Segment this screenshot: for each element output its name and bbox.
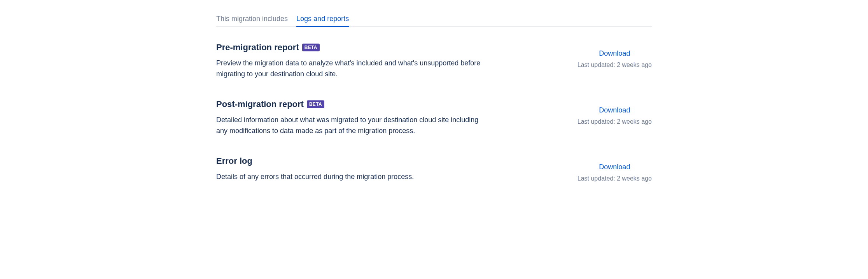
report-title: Error log [216,156,252,166]
download-link[interactable]: Download [578,163,652,171]
report-title-row: Pre-migration report BETA [216,42,488,53]
tab-logs-reports[interactable]: Logs and reports [296,12,349,27]
beta-badge: BETA [302,44,320,51]
tab-migration-includes[interactable]: This migration includes [216,12,288,27]
report-pre-migration: Pre-migration report BETA Preview the mi… [216,42,652,80]
report-title-row: Post-migration report BETA [216,99,488,109]
report-actions: Download Last updated: 2 weeks ago [578,156,652,182]
last-updated-text: Last updated: 2 weeks ago [578,118,652,125]
report-title-row: Error log [216,156,488,166]
main-content: This migration includes Logs and reports… [216,0,652,217]
report-actions: Download Last updated: 2 weeks ago [578,42,652,68]
report-title: Pre-migration report [216,42,299,53]
last-updated-text: Last updated: 2 weeks ago [578,175,652,182]
download-link[interactable]: Download [578,106,652,114]
report-title: Post-migration report [216,99,304,109]
report-actions: Download Last updated: 2 weeks ago [578,99,652,125]
report-info: Pre-migration report BETA Preview the mi… [216,42,488,80]
tab-bar: This migration includes Logs and reports [216,12,652,27]
report-post-migration: Post-migration report BETA Detailed info… [216,99,652,137]
report-info: Error log Details of any errors that occ… [216,156,488,182]
beta-badge: BETA [307,100,324,108]
download-link[interactable]: Download [578,49,652,58]
report-description: Details of any errors that occurred duri… [216,172,488,182]
report-description: Preview the migration data to analyze wh… [216,58,488,80]
report-description: Detailed information about what was migr… [216,115,488,137]
report-info: Post-migration report BETA Detailed info… [216,99,488,137]
report-error-log: Error log Details of any errors that occ… [216,156,652,182]
last-updated-text: Last updated: 2 weeks ago [578,61,652,68]
